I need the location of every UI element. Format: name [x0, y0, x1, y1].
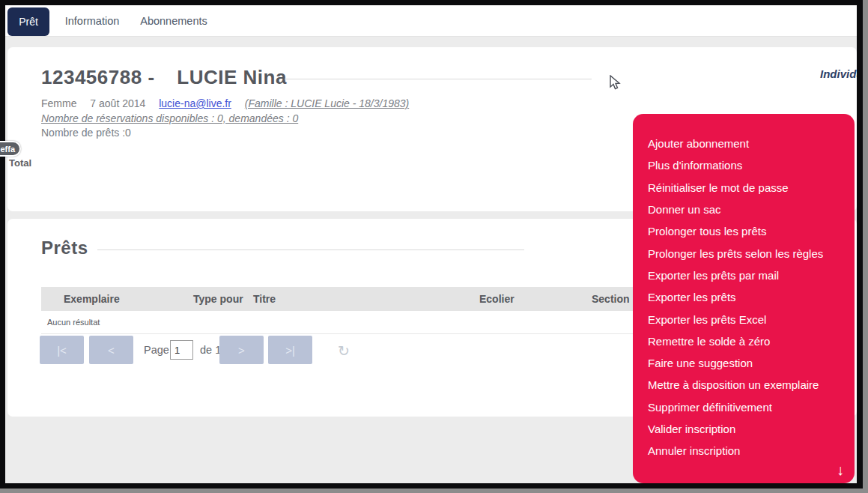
edge-badge[interactable]: effa — [0, 141, 21, 157]
loans-count-line: Nombre de prêts :0 — [41, 127, 131, 139]
edge-badge-caption: Total — [9, 157, 31, 169]
patron-gender: Femme — [41, 97, 76, 109]
patron-email-link[interactable]: lucie-na@live.fr — [159, 97, 231, 109]
menu-item-exporter-les-prets[interactable]: Exporter les prêts — [633, 286, 855, 308]
menu-item-prolonger-prets-selon-regles[interactable]: Prolonger les prêts selon les règles — [633, 242, 855, 264]
reservations-link[interactable]: Nombre de réservations disponibles : 0, … — [41, 112, 298, 124]
tab-information[interactable]: Information — [55, 5, 130, 36]
reservations-line: Nombre de réservations disponibles : 0, … — [41, 112, 298, 124]
menu-item-valider-inscription[interactable]: Valider inscription — [633, 418, 855, 440]
column-header-ecolier: Ecolier — [479, 287, 515, 311]
column-header-exemplaire: Exemplaire — [64, 287, 120, 311]
menu-item-prolonger-tous-les-prets[interactable]: Prolonger tous les prêts — [633, 220, 855, 242]
pagination-last-button[interactable]: >| — [268, 336, 312, 364]
family-link[interactable]: (Famille : LUCIE Lucie - 18/3/1983) — [245, 97, 409, 109]
menu-item-plus-informations[interactable]: Plus d'informations — [633, 154, 855, 176]
menu-item-annuler-inscription[interactable]: Annuler inscription — [633, 440, 855, 462]
menu-scroll-down-icon[interactable]: ↓ — [837, 462, 844, 479]
patron-details-line: Femme 7 août 2014 lucie-na@live.fr (Fami… — [41, 97, 409, 109]
patron-title: 123456788 - LUCIE Nina — [41, 66, 287, 89]
patron-separator: - — [148, 66, 154, 88]
patron-name: LUCIE Nina — [177, 66, 287, 88]
menu-item-reinitialiser-mot-de-passe[interactable]: Réinitialiser le mot de passe — [633, 177, 855, 199]
column-header-type-pour: Type pour — [193, 287, 243, 311]
menu-item-supprimer-definitivement[interactable]: Supprimer définitivement — [633, 396, 855, 418]
pagination-prev-button[interactable]: < — [89, 336, 133, 364]
column-header-titre: Titre — [253, 287, 276, 311]
context-label: Individu — [820, 67, 857, 80]
menu-item-ajouter-abonnement[interactable]: Ajouter abonnement — [633, 133, 855, 154]
menu-item-exporter-prets-excel[interactable]: Exporter les prêts Excel — [633, 308, 855, 330]
patron-action-menu: Ajouter abonnement Plus d'informations R… — [633, 114, 855, 483]
patron-id: 123456788 — [41, 66, 142, 88]
title-divider — [285, 79, 592, 79]
pagination-page-input[interactable] — [170, 340, 193, 360]
menu-item-faire-une-suggestion[interactable]: Faire une suggestion — [633, 352, 855, 374]
screenshot-stage: Prêt Information Abonnements 123456788 -… — [0, 0, 868, 493]
menu-item-remettre-solde-a-zero[interactable]: Remettre le solde à zéro — [633, 330, 855, 352]
patron-birth-date: 7 août 2014 — [90, 97, 145, 109]
tab-bar: Prêt Information Abonnements — [5, 5, 857, 37]
tab-abonnements[interactable]: Abonnements — [133, 5, 215, 36]
empty-result-message: Aucun résultat — [47, 318, 100, 327]
column-header-section: Section — [592, 287, 630, 311]
pagination-next-button[interactable]: > — [219, 336, 264, 364]
menu-item-exporter-prets-par-mail[interactable]: Exporter les prêts par mail — [633, 264, 855, 286]
pagination-first-button[interactable]: |< — [40, 336, 84, 364]
menu-item-donner-un-sac[interactable]: Donner un sac — [633, 199, 855, 220]
mouse-cursor-icon — [608, 75, 623, 94]
menu-item-mettre-a-disposition-exemplaire[interactable]: Mettre à disposition un exemplaire — [633, 374, 855, 396]
tab-pret[interactable]: Prêt — [7, 7, 49, 36]
refresh-icon[interactable]: ↻ — [338, 342, 350, 360]
